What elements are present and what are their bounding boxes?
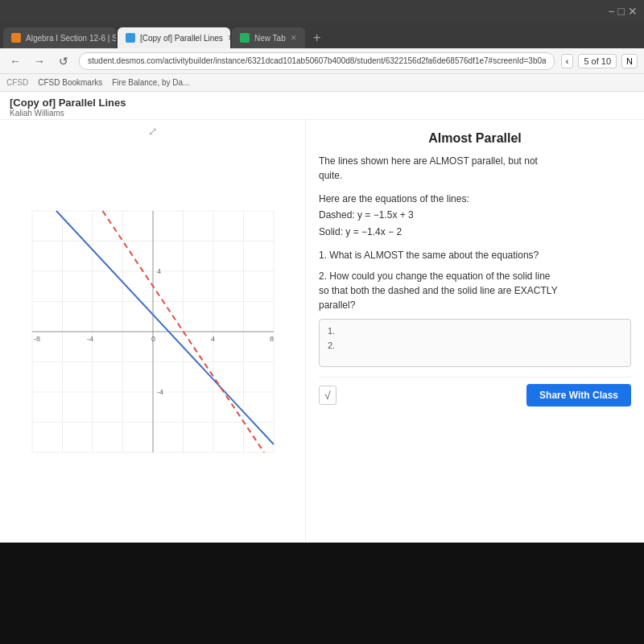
- new-tab-button[interactable]: +: [307, 27, 328, 48]
- section-title: Almost Parallel: [319, 131, 631, 146]
- equation-solid: Solid: y = −1.4x − 2: [319, 224, 631, 240]
- next-page-button[interactable]: N: [621, 54, 638, 68]
- description-text: The lines shown here are ALMOST parallel…: [319, 154, 631, 183]
- bookmarks-bar: CFSD CFSD Bookmarks Fire Balance, by Da.…: [0, 74, 644, 92]
- tab-algebra[interactable]: Algebra I Section 12-6 | School... ✕: [3, 27, 116, 48]
- svg-text:0: 0: [151, 335, 155, 343]
- svg-text:4: 4: [157, 267, 161, 275]
- graph-area: ⤢: [0, 120, 306, 543]
- svg-text:4: 4: [211, 335, 215, 343]
- share-class-button[interactable]: Share With Class: [526, 384, 631, 407]
- page-author: Kaliah Williams: [10, 109, 634, 118]
- page-header: [Copy of] Parallel Lines Kaliah Williams: [0, 92, 644, 120]
- address-input[interactable]: [79, 52, 555, 70]
- nav-right: ‹ 5 of 10 N: [561, 54, 638, 68]
- tab-close-newtab[interactable]: ✕: [291, 34, 297, 42]
- tab-label-algebra: Algebra I Section 12-6 | School...: [26, 34, 116, 43]
- svg-text:-4: -4: [157, 388, 163, 396]
- tab-parallel[interactable]: [Copy of] Parallel Lines ✕: [118, 27, 230, 48]
- answer-box[interactable]: 1. 2.: [319, 319, 631, 367]
- page-content: [Copy of] Parallel Lines Kaliah Williams…: [0, 92, 644, 543]
- tab-close-parallel[interactable]: ✕: [228, 34, 230, 42]
- question1-text: 1. What is ALMOST the same about the equ…: [319, 248, 631, 262]
- reload-button[interactable]: ↺: [55, 52, 72, 70]
- svg-line-27: [56, 211, 274, 444]
- forward-button[interactable]: →: [31, 52, 48, 70]
- right-panel: Almost Parallel The lines shown here are…: [306, 120, 644, 543]
- tab-label-parallel: [Copy of] Parallel Lines: [140, 34, 223, 43]
- svg-text:8: 8: [270, 335, 274, 343]
- prev-page-button[interactable]: ‹: [561, 54, 574, 68]
- svg-text:-8: -8: [34, 335, 40, 343]
- window-minimize[interactable]: −: [608, 5, 614, 18]
- title-bar: − □ ✕: [0, 0, 644, 23]
- address-bar: ← → ↺ ‹ 5 of 10 N: [0, 48, 644, 74]
- tab-label-newtab: New Tab: [254, 34, 286, 43]
- graph-canvas: -8 -4 0 4 8 4 -4: [16, 195, 290, 469]
- tab-bar: Algebra I Section 12-6 | School... ✕ [Co…: [0, 23, 644, 48]
- tab-icon-newtab: [240, 33, 250, 43]
- equations-header: Here are the equations of the lines:: [319, 191, 631, 207]
- panel-footer: √ Share With Class: [319, 377, 631, 407]
- page-indicator: 5 of 10: [578, 54, 617, 68]
- bookmark1[interactable]: CFSD Bookmarks: [38, 78, 102, 87]
- equation-dashed: Dashed: y = −1.5x + 3: [319, 207, 631, 223]
- equations-block: Here are the equations of the lines: Das…: [319, 191, 631, 240]
- browser-window: − □ ✕ Algebra I Section 12-6 | School...…: [0, 0, 644, 543]
- taskbar-area: ← ○ □ ⊡ ○ ⊙: [0, 543, 644, 644]
- page-body: ⤢: [0, 120, 644, 543]
- bookmark2[interactable]: Fire Balance, by Da...: [112, 78, 189, 87]
- svg-text:-4: -4: [87, 335, 93, 343]
- page-title: [Copy of] Parallel Lines: [10, 97, 634, 109]
- window-controls: − □ ✕: [608, 5, 638, 18]
- tab-newtab[interactable]: New Tab ✕: [232, 27, 305, 48]
- window-maximize[interactable]: □: [618, 5, 625, 18]
- sqrt-button[interactable]: √: [319, 386, 336, 405]
- tab-icon-parallel: [126, 33, 135, 43]
- back-button[interactable]: ←: [6, 52, 24, 70]
- question2-text: 2. How could you change the equation of …: [319, 269, 631, 312]
- answer1: 1.: [328, 326, 622, 336]
- expand-icon[interactable]: ⤢: [148, 125, 158, 138]
- answer2: 2.: [328, 341, 622, 350]
- tab-icon-algebra: [11, 33, 21, 43]
- window-close[interactable]: ✕: [628, 5, 638, 18]
- org-label: CFSD: [6, 78, 28, 87]
